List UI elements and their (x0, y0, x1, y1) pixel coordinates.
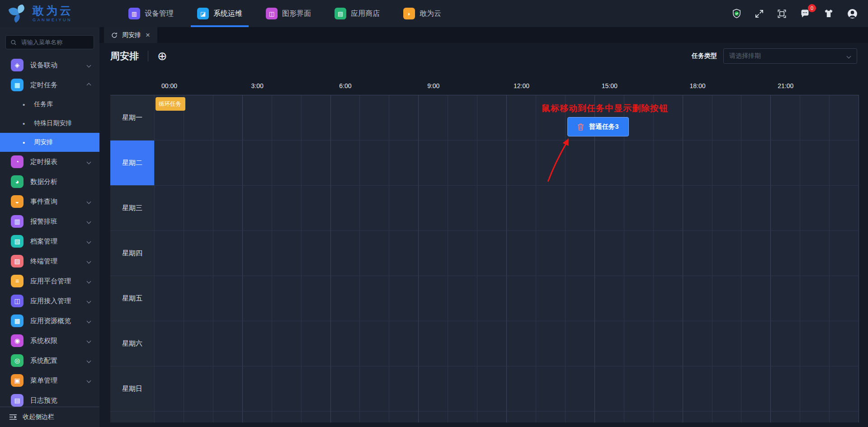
schedule-cell[interactable] (830, 321, 859, 366)
schedule-cell[interactable] (507, 366, 536, 411)
schedule-cell[interactable] (448, 186, 477, 230)
schedule-cell[interactable] (507, 412, 536, 422)
schedule-cell[interactable] (272, 321, 302, 366)
schedule-cell[interactable] (654, 141, 683, 185)
schedule-cell[interactable] (477, 186, 507, 230)
sidebar-item-app-access[interactable]: ◫应用接入管理 (0, 291, 99, 311)
schedule-cell[interactable] (566, 366, 595, 411)
schedule-cell[interactable] (830, 412, 859, 422)
sidebar-item-archive-manage[interactable]: ▧档案管理 (0, 231, 99, 251)
user-avatar[interactable] (847, 8, 858, 19)
schedule-cell[interactable] (213, 366, 243, 411)
schedule-cell[interactable] (419, 141, 448, 185)
schedule-cell[interactable] (360, 141, 389, 185)
schedule-cell[interactable] (771, 366, 800, 411)
sidebar-item-log-preview[interactable]: ▤日志预览 (0, 390, 99, 407)
schedule-cell[interactable] (595, 186, 624, 230)
schedule-cell[interactable] (536, 231, 566, 276)
schedule-cell[interactable] (243, 321, 272, 366)
tab-week-schedule[interactable]: 周安排 × (104, 27, 157, 43)
schedule-cell[interactable] (331, 231, 360, 276)
schedule-cell[interactable] (595, 141, 624, 185)
schedule-cell[interactable] (800, 186, 830, 230)
schedule-cell[interactable] (243, 186, 272, 230)
sidebar-item-app-resource[interactable]: ▩应用资源概览 (0, 311, 99, 331)
schedule-cell[interactable] (712, 412, 742, 422)
schedule-cell[interactable] (624, 141, 654, 185)
schedule-cell[interactable] (830, 141, 859, 185)
sidebar-item-menu-manage[interactable]: ▣菜单管理 (0, 371, 99, 390)
schedule-cell[interactable] (566, 276, 595, 321)
schedule-cell[interactable] (155, 141, 184, 185)
schedule-cell[interactable] (272, 412, 302, 422)
schedule-cell[interactable] (477, 141, 507, 185)
schedule-cell[interactable] (741, 321, 771, 366)
schedule-cell[interactable] (566, 321, 595, 366)
schedule-cell[interactable] (800, 141, 830, 185)
collapse-sidebar-button[interactable]: 收起侧边栏 (0, 407, 99, 427)
schedule-cell[interactable] (155, 186, 184, 230)
schedule-cell[interactable] (741, 366, 771, 411)
theme-shirt-icon[interactable] (823, 8, 835, 19)
schedule-cell[interactable] (155, 231, 184, 276)
schedule-cell[interactable] (243, 412, 272, 422)
schedule-cell[interactable] (654, 95, 683, 140)
schedule-cell[interactable] (624, 366, 654, 411)
schedule-cell[interactable] (184, 95, 213, 140)
schedule-cell[interactable] (448, 95, 477, 140)
schedule-cell[interactable] (507, 231, 536, 276)
schedule-cell[interactable] (536, 412, 566, 422)
schedule-cell[interactable] (213, 186, 243, 230)
schedule-cell[interactable] (389, 321, 419, 366)
schedule-cell[interactable] (800, 412, 830, 422)
schedule-cell[interactable] (800, 276, 830, 321)
schedule-cell[interactable] (272, 141, 302, 185)
schedule-cell[interactable] (566, 231, 595, 276)
schedule-cell[interactable] (213, 412, 243, 422)
schedule-cell[interactable] (654, 321, 683, 366)
task-chip-normal[interactable]: 普通任务3 (567, 117, 629, 136)
schedule-cell[interactable] (213, 95, 243, 140)
add-task-button[interactable]: ⊕ (157, 50, 167, 62)
schedule-cell[interactable] (477, 231, 507, 276)
sidebar-subitem[interactable]: •周安排 (0, 133, 99, 152)
schedule-cell[interactable] (448, 276, 477, 321)
schedule-cell[interactable] (389, 95, 419, 140)
schedule-cell[interactable] (184, 276, 213, 321)
schedule-cell[interactable] (712, 141, 742, 185)
schedule-cell[interactable] (771, 231, 800, 276)
schedule-cell[interactable] (741, 186, 771, 230)
schedule-cell[interactable] (712, 186, 742, 230)
schedule-cell[interactable] (712, 276, 742, 321)
schedule-cell[interactable] (302, 276, 331, 321)
sidebar-item-timed-report[interactable]: ◔定时报表 (0, 152, 99, 172)
schedule-cell[interactable] (331, 276, 360, 321)
schedule-cell[interactable] (448, 231, 477, 276)
schedule-cell[interactable] (566, 141, 595, 185)
schedule-cell[interactable] (771, 412, 800, 422)
schedule-cell[interactable] (683, 366, 712, 411)
schedule-cell[interactable] (654, 276, 683, 321)
sidebar-item-device-linkage[interactable]: ◈设备联动 (0, 55, 99, 75)
schedule-cell[interactable] (683, 412, 712, 422)
schedule-cell[interactable] (448, 412, 477, 422)
schedule-cell[interactable] (595, 231, 624, 276)
schedule-cell[interactable] (477, 95, 507, 140)
menu-search-input[interactable] (20, 38, 89, 46)
schedule-cell[interactable] (771, 186, 800, 230)
schedule-cell[interactable] (419, 321, 448, 366)
schedule-cell[interactable] (536, 321, 566, 366)
schedule-cell[interactable] (536, 95, 566, 140)
sidebar-subitem[interactable]: •特殊日期安排 (0, 114, 99, 133)
schedule-cell[interactable] (566, 412, 595, 422)
schedule-cell[interactable] (830, 95, 859, 140)
schedule-cell[interactable] (507, 95, 536, 140)
schedule-cell[interactable] (741, 95, 771, 140)
schedule-cell[interactable] (389, 366, 419, 411)
schedule-cell[interactable] (683, 141, 712, 185)
sidebar-item-system-config[interactable]: ◎系统配置 (0, 351, 99, 371)
schedule-cell[interactable] (712, 321, 742, 366)
schedule-cell[interactable] (712, 231, 742, 276)
schedule-cell[interactable] (771, 141, 800, 185)
schedule-cell[interactable] (272, 95, 302, 140)
